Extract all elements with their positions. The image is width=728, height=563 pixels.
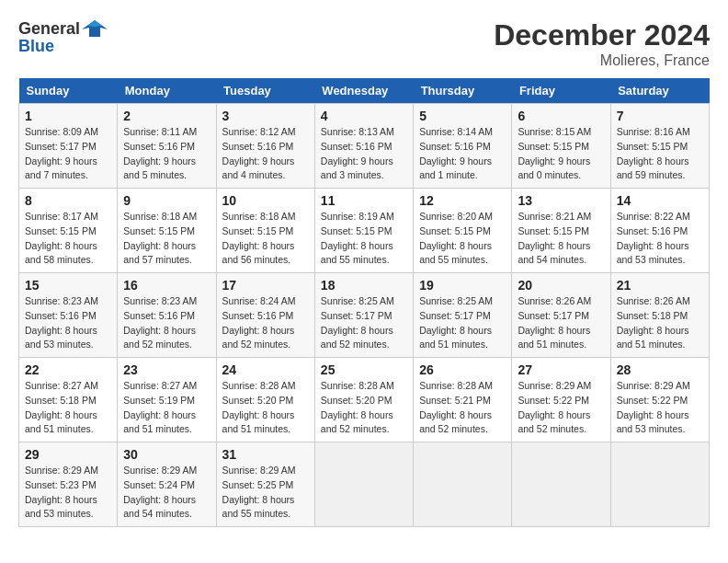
day-detail: Sunrise: 8:13 AMSunset: 5:16 PMDaylight:… — [321, 125, 407, 183]
calendar-day-cell: 11Sunrise: 8:19 AMSunset: 5:15 PMDayligh… — [314, 189, 413, 273]
day-number: 12 — [419, 193, 506, 208]
day-detail: Sunrise: 8:18 AMSunset: 5:15 PMDaylight:… — [123, 210, 210, 268]
empty-cell — [512, 442, 610, 527]
day-number: 23 — [123, 362, 210, 377]
day-detail: Sunrise: 8:26 AMSunset: 5:17 PMDaylight:… — [518, 294, 604, 352]
day-detail: Sunrise: 8:24 AMSunset: 5:16 PMDaylight:… — [222, 294, 309, 352]
day-detail: Sunrise: 8:12 AMSunset: 5:16 PMDaylight:… — [222, 125, 309, 183]
day-detail: Sunrise: 8:28 AMSunset: 5:20 PMDaylight:… — [222, 379, 309, 437]
day-detail: Sunrise: 8:26 AMSunset: 5:18 PMDaylight:… — [617, 294, 703, 352]
day-number: 7 — [617, 109, 703, 123]
day-number: 3 — [222, 109, 309, 123]
day-number: 19 — [419, 278, 506, 293]
calendar-day-cell: 2Sunrise: 8:11 AMSunset: 5:16 PMDaylight… — [118, 104, 216, 189]
day-number: 16 — [123, 278, 210, 293]
calendar-day-cell: 4Sunrise: 8:13 AMSunset: 5:16 PMDaylight… — [314, 104, 413, 189]
day-number: 1 — [25, 109, 111, 123]
day-detail: Sunrise: 8:27 AMSunset: 5:19 PMDaylight:… — [123, 379, 210, 437]
empty-cell — [314, 442, 413, 527]
logo-general-text: General — [18, 19, 80, 39]
calendar-day-cell: 18Sunrise: 8:25 AMSunset: 5:17 PMDayligh… — [314, 273, 413, 358]
day-number: 20 — [518, 278, 604, 293]
calendar-day-cell: 6Sunrise: 8:15 AMSunset: 5:15 PMDaylight… — [512, 104, 610, 189]
calendar-day-cell: 10Sunrise: 8:18 AMSunset: 5:15 PMDayligh… — [216, 189, 314, 273]
day-number: 26 — [419, 362, 506, 377]
day-number: 13 — [518, 193, 604, 208]
day-detail: Sunrise: 8:11 AMSunset: 5:16 PMDaylight:… — [123, 125, 210, 183]
day-detail: Sunrise: 8:22 AMSunset: 5:16 PMDaylight:… — [617, 210, 703, 268]
day-number: 10 — [222, 193, 309, 208]
title-block: December 2024 Molieres, France — [494, 18, 710, 69]
col-header-wednesday: Wednesday — [314, 78, 413, 104]
day-detail: Sunrise: 8:15 AMSunset: 5:15 PMDaylight:… — [518, 125, 604, 183]
calendar-table: SundayMondayTuesdayWednesdayThursdayFrid… — [18, 78, 710, 527]
empty-cell — [610, 442, 709, 527]
day-detail: Sunrise: 8:29 AMSunset: 5:22 PMDaylight:… — [617, 379, 703, 437]
day-detail: Sunrise: 8:09 AMSunset: 5:17 PMDaylight:… — [25, 125, 111, 183]
calendar-day-cell: 23Sunrise: 8:27 AMSunset: 5:19 PMDayligh… — [118, 358, 216, 442]
calendar-day-cell: 25Sunrise: 8:28 AMSunset: 5:20 PMDayligh… — [314, 358, 413, 442]
day-detail: Sunrise: 8:29 AMSunset: 5:24 PMDaylight:… — [123, 464, 210, 522]
logo-blue-text: Blue — [18, 37, 54, 56]
day-detail: Sunrise: 8:25 AMSunset: 5:17 PMDaylight:… — [419, 294, 506, 352]
page-header: General Blue December 2024 Molieres, Fra… — [18, 18, 710, 69]
calendar-day-cell: 1Sunrise: 8:09 AMSunset: 5:17 PMDaylight… — [19, 104, 118, 189]
day-detail: Sunrise: 8:19 AMSunset: 5:15 PMDaylight:… — [321, 210, 407, 268]
day-number: 28 — [617, 362, 703, 377]
day-detail: Sunrise: 8:17 AMSunset: 5:15 PMDaylight:… — [25, 210, 111, 268]
day-number: 31 — [222, 447, 309, 462]
day-detail: Sunrise: 8:21 AMSunset: 5:15 PMDaylight:… — [518, 210, 604, 268]
day-number: 4 — [321, 109, 407, 123]
day-detail: Sunrise: 8:28 AMSunset: 5:20 PMDaylight:… — [321, 379, 407, 437]
calendar-day-cell: 24Sunrise: 8:28 AMSunset: 5:20 PMDayligh… — [216, 358, 314, 442]
day-number: 30 — [123, 447, 210, 462]
calendar-day-cell: 8Sunrise: 8:17 AMSunset: 5:15 PMDaylight… — [19, 189, 118, 273]
calendar-day-cell: 21Sunrise: 8:26 AMSunset: 5:18 PMDayligh… — [610, 273, 709, 358]
col-header-thursday: Thursday — [414, 78, 512, 104]
calendar-day-cell: 31Sunrise: 8:29 AMSunset: 5:25 PMDayligh… — [216, 442, 314, 527]
day-number: 21 — [617, 278, 703, 293]
logo: General Blue — [18, 18, 108, 56]
calendar-week-row: 8Sunrise: 8:17 AMSunset: 5:15 PMDaylight… — [19, 189, 710, 273]
calendar-day-cell: 19Sunrise: 8:25 AMSunset: 5:17 PMDayligh… — [414, 273, 512, 358]
calendar-day-cell: 15Sunrise: 8:23 AMSunset: 5:16 PMDayligh… — [19, 273, 118, 358]
col-header-saturday: Saturday — [610, 78, 709, 104]
day-detail: Sunrise: 8:28 AMSunset: 5:21 PMDaylight:… — [419, 379, 506, 437]
calendar-day-cell: 3Sunrise: 8:12 AMSunset: 5:16 PMDaylight… — [216, 104, 314, 189]
day-detail: Sunrise: 8:18 AMSunset: 5:15 PMDaylight:… — [222, 210, 309, 268]
day-number: 24 — [222, 362, 309, 377]
day-number: 22 — [25, 362, 111, 377]
location: Molieres, France — [494, 52, 710, 69]
day-detail: Sunrise: 8:27 AMSunset: 5:18 PMDaylight:… — [25, 379, 111, 437]
day-number: 9 — [123, 193, 210, 208]
calendar-day-cell: 9Sunrise: 8:18 AMSunset: 5:15 PMDaylight… — [118, 189, 216, 273]
day-number: 15 — [25, 278, 111, 293]
empty-cell — [414, 442, 512, 527]
month-title: December 2024 — [494, 18, 710, 52]
col-header-sunday: Sunday — [19, 78, 118, 104]
day-detail: Sunrise: 8:20 AMSunset: 5:15 PMDaylight:… — [419, 210, 506, 268]
logo-bird-icon — [82, 18, 108, 39]
calendar-day-cell: 13Sunrise: 8:21 AMSunset: 5:15 PMDayligh… — [512, 189, 610, 273]
col-header-monday: Monday — [118, 78, 216, 104]
day-number: 2 — [123, 109, 210, 123]
day-number: 14 — [617, 193, 703, 208]
calendar-week-row: 15Sunrise: 8:23 AMSunset: 5:16 PMDayligh… — [19, 273, 710, 358]
col-header-friday: Friday — [512, 78, 610, 104]
day-number: 25 — [321, 362, 407, 377]
calendar-day-cell: 17Sunrise: 8:24 AMSunset: 5:16 PMDayligh… — [216, 273, 314, 358]
svg-marker-1 — [87, 20, 102, 27]
day-detail: Sunrise: 8:29 AMSunset: 5:22 PMDaylight:… — [518, 379, 604, 437]
calendar-day-cell: 7Sunrise: 8:16 AMSunset: 5:15 PMDaylight… — [610, 104, 709, 189]
day-number: 17 — [222, 278, 309, 293]
col-header-tuesday: Tuesday — [216, 78, 314, 104]
calendar-day-cell: 30Sunrise: 8:29 AMSunset: 5:24 PMDayligh… — [118, 442, 216, 527]
calendar-week-row: 1Sunrise: 8:09 AMSunset: 5:17 PMDaylight… — [19, 104, 710, 189]
day-number: 6 — [518, 109, 604, 123]
day-number: 18 — [321, 278, 407, 293]
day-number: 8 — [25, 193, 111, 208]
calendar-day-cell: 28Sunrise: 8:29 AMSunset: 5:22 PMDayligh… — [610, 358, 709, 442]
day-detail: Sunrise: 8:25 AMSunset: 5:17 PMDaylight:… — [321, 294, 407, 352]
day-detail: Sunrise: 8:16 AMSunset: 5:15 PMDaylight:… — [617, 125, 703, 183]
calendar-day-cell: 12Sunrise: 8:20 AMSunset: 5:15 PMDayligh… — [414, 189, 512, 273]
